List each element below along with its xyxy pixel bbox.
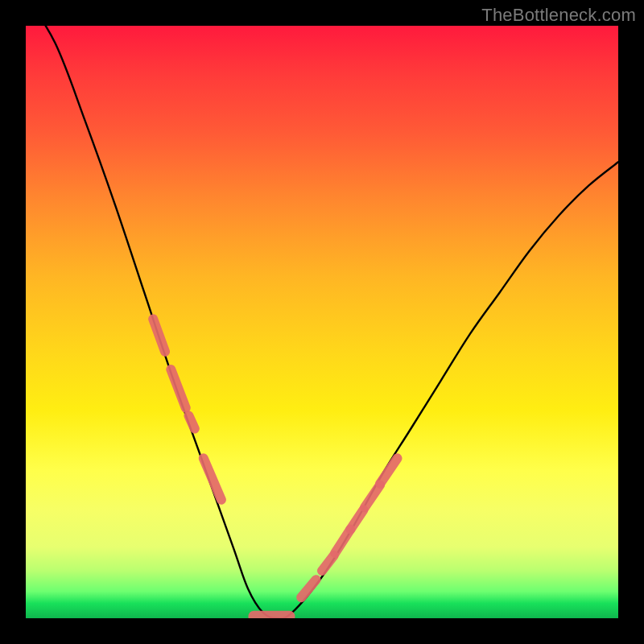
plot-area: [26, 26, 618, 618]
overlay-segment: [365, 485, 380, 507]
overlay-segment: [322, 555, 334, 571]
overlay-segment: [301, 580, 316, 597]
overlay-markers: [153, 319, 397, 617]
overlay-segment: [204, 458, 221, 500]
bottleneck-curve: [26, 26, 618, 618]
overlay-segment: [153, 319, 165, 352]
chart-svg: [26, 26, 618, 618]
watermark-text: TheBottleneck.com: [481, 5, 636, 26]
overlay-segment: [188, 415, 194, 428]
overlay-segment: [171, 369, 185, 408]
overlay-segment: [350, 510, 363, 529]
chart-frame: TheBottleneck.com: [0, 0, 644, 644]
